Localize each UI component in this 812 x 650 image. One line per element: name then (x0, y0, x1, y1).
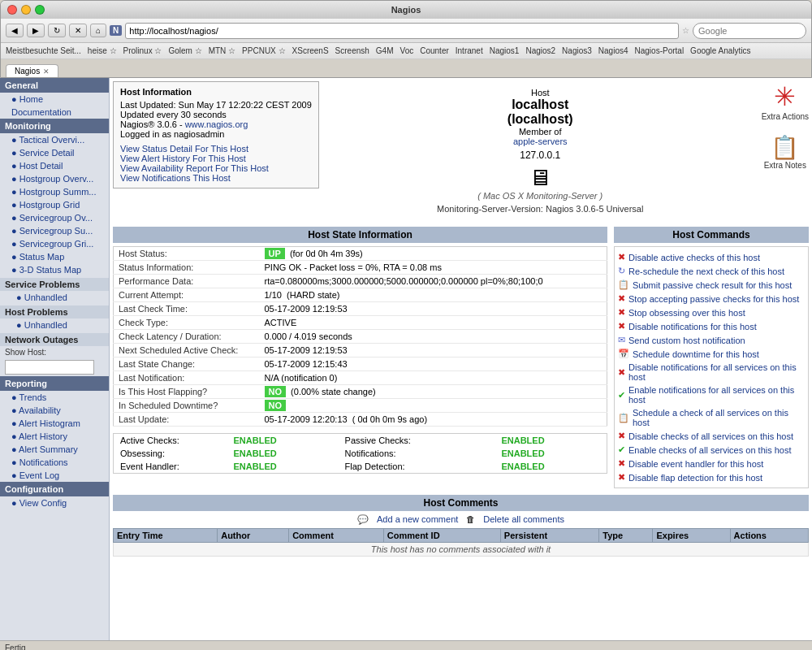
sidebar-item-unhandled2[interactable]: ● Unhandled (0, 318, 109, 332)
bookmark-meistbesuchte[interactable]: Meistbesuchte Seit... (6, 46, 81, 55)
cmd-disable-active-checks: ✖ Disable active checks of this host (618, 250, 805, 264)
cell-label: Passive Checks: (339, 434, 495, 448)
extra-actions-icon[interactable]: ✳ (762, 81, 809, 112)
sidebar-item-servicegroup-summary[interactable]: ● Servicegroup Su... (0, 224, 109, 237)
sidebar-item-event-log[interactable]: ● Event Log (0, 469, 109, 482)
maximize-button[interactable] (35, 5, 45, 15)
table-row: Current Attempt: 1/10 (HARD state) (114, 288, 607, 302)
cmd-link-enable-svc-notif[interactable]: Enable notifications for all services on… (628, 385, 805, 405)
cmd-link-disable-active[interactable]: Disable active checks of this host (628, 253, 760, 262)
sidebar-item-hostgroup-overview[interactable]: ● Hostgroup Overv... (0, 172, 109, 185)
extra-notes-icon[interactable]: 📋 (762, 134, 809, 161)
bookmark-heise[interactable]: heise ☆ (88, 46, 117, 55)
sidebar-item-availability[interactable]: ● Availability (0, 404, 109, 417)
sidebar-item-tactical-overview[interactable]: ● Tactical Overvi... (0, 133, 109, 146)
sidebar-item-host-detail[interactable]: ● Host Detail (0, 159, 109, 172)
sidebar-item-alert-histogram[interactable]: ● Alert Histogram (0, 417, 109, 430)
extra-actions-label: Extra Actions (762, 112, 809, 121)
bookmark-nagios1[interactable]: Nagios1 (490, 46, 520, 55)
address-input[interactable]: http://localhost/nagios/ (125, 23, 679, 39)
cmd-link-reschedule[interactable]: Re-schedule the next check of this host (628, 266, 784, 276)
link-status-detail[interactable]: View Status Detail For This Host (120, 144, 248, 154)
bookmark-nagios2[interactable]: Nagios2 (525, 46, 555, 55)
cmd-icon-reschedule: ↻ (618, 266, 625, 276)
cmd-link-custom-notif[interactable]: Send custom host notification (628, 336, 745, 345)
nagios-link[interactable]: www.nagios.org (185, 119, 248, 129)
content-area: Host Information Last Updated: Sun May 1… (110, 78, 812, 640)
window-chrome: Nagios ◀ ▶ ↻ ✕ ⌂ N http://localhost/nagi… (0, 0, 812, 78)
delete-comments-link[interactable]: Delete all comments (483, 514, 564, 525)
search-input[interactable] (693, 23, 806, 39)
link-availability[interactable]: View Availability Report For This Host (120, 163, 269, 173)
cmd-link-disable-flap[interactable]: Disable flap detection for this host (628, 473, 762, 483)
bookmark-golem[interactable]: Golem ☆ (168, 46, 201, 55)
bookmark-ppcnux[interactable]: PPCNUX ☆ (242, 46, 285, 55)
sidebar-item-home[interactable]: ● Home (0, 93, 109, 106)
forward-button[interactable]: ▶ (27, 24, 45, 37)
bookmark-nagios-portal[interactable]: Nagios-Portal (635, 46, 685, 55)
group-link[interactable]: apple-servers (513, 136, 568, 146)
sidebar-item-view-config[interactable]: ● View Config (0, 496, 109, 509)
bookmark-voc[interactable]: Voc (400, 46, 414, 55)
cmd-link-svc-check[interactable]: Schedule a check of all services on this… (633, 408, 805, 427)
bookmark-google-analytics[interactable]: Google Analytics (690, 46, 751, 55)
cmd-link-disable-svc-notif[interactable]: Disable notifications for all services o… (628, 362, 805, 382)
add-comment-link[interactable]: Add a new comment (377, 514, 458, 525)
bookmark-xscreens[interactable]: XScreenS (292, 46, 329, 55)
bookmark-mtn[interactable]: MTN ☆ (209, 46, 235, 55)
cmd-custom-notification: ✉ Send custom host notification (618, 333, 805, 347)
sidebar-section-monitoring: Monitoring (0, 119, 109, 133)
cmd-link-stop-obsessing[interactable]: Stop obsessing over this host (628, 308, 745, 318)
sidebar-item-servicegroup-grid[interactable]: ● Servicegroup Gri... (0, 237, 109, 250)
bookmark-nagios3[interactable]: Nagios3 (562, 46, 592, 55)
stop-button[interactable]: ✕ (69, 24, 87, 37)
cmd-link-disable-svc-checks[interactable]: Disable checks of all services on this h… (628, 431, 793, 441)
cmd-link-passive[interactable]: Submit passive check result for this hos… (633, 280, 792, 290)
link-alert-history[interactable]: View Alert History For This Host (120, 154, 246, 163)
bookmark-g4m[interactable]: G4M (376, 46, 394, 55)
cmd-link-enable-svc-checks[interactable]: Enable checks of all services on this ho… (628, 445, 792, 455)
sidebar-item-documentation[interactable]: Documentation (0, 106, 109, 119)
no-comments-text: This host has no comments associated wit… (114, 543, 809, 557)
bookmark-prolinux[interactable]: Prolinux ☆ (123, 46, 162, 55)
sidebar-item-3d-status-map[interactable]: ● 3-D Status Map (0, 263, 109, 276)
sidebar-item-hostgroup-summary[interactable]: ● Hostgroup Summ... (0, 185, 109, 198)
sidebar-item-notifications[interactable]: ● Notifications (0, 456, 109, 469)
bookmark-nagios4[interactable]: Nagios4 (598, 46, 628, 55)
sidebar-item-alert-history[interactable]: ● Alert History (0, 430, 109, 443)
cmd-icon-downtime: 📅 (618, 349, 629, 359)
sidebar-item-hostgroup-grid[interactable]: ● Hostgroup Grid (0, 198, 109, 211)
cmd-link-disable-notif[interactable]: Disable notifications for this host (628, 322, 757, 332)
cmd-link-stop-passive[interactable]: Stop accepting passive checks for this h… (628, 294, 799, 304)
cell-value: 05-17-2009 12:19:53 (260, 344, 607, 358)
tab-nagios[interactable]: Nagios ✕ (6, 64, 58, 77)
sidebar-item-servicegroup-overview[interactable]: ● Servicegroup Ov... (0, 211, 109, 224)
table-row: Active Checks: ENABLED Passive Checks: E… (114, 434, 607, 448)
col-actions: Actions (730, 529, 808, 543)
close-button[interactable] (7, 5, 17, 15)
sidebar-item-service-detail[interactable]: ● Service Detail (0, 146, 109, 159)
back-button[interactable]: ◀ (6, 24, 24, 37)
bookmark-star[interactable]: ☆ (682, 26, 689, 35)
sidebar-item-trends[interactable]: ● Trends (0, 391, 109, 404)
sidebar-item-alert-summary[interactable]: ● Alert Summary (0, 443, 109, 456)
col-author: Author (218, 529, 289, 543)
tab-close-icon[interactable]: ✕ (43, 67, 50, 76)
sidebar-item-unhandled1[interactable]: ● Unhandled (0, 291, 109, 304)
bookmark-counter[interactable]: Counter (420, 46, 449, 55)
sidebar-item-status-map[interactable]: ● Status Map (0, 250, 109, 263)
cmd-link-disable-event[interactable]: Disable event handler for this host (628, 459, 763, 469)
home-button[interactable]: ⌂ (90, 24, 106, 37)
link-notifications[interactable]: View Notifications This Host (120, 173, 231, 183)
table-row: Check Latency / Duration: 0.000 / 4.019 … (114, 330, 607, 344)
bookmark-screensh[interactable]: Screensh (335, 46, 369, 55)
sidebar-show-host-input[interactable] (5, 360, 94, 375)
minimize-button[interactable] (21, 5, 31, 15)
bookmark-intranet[interactable]: Intranet (456, 46, 483, 55)
cell-value: 1/10 (HARD state) (260, 288, 607, 302)
cell-label: Notifications: (339, 447, 495, 460)
reload-button[interactable]: ↻ (48, 24, 66, 37)
hostname: localhost (334, 98, 747, 112)
state-section-header: Host State Information (113, 227, 607, 243)
cmd-link-downtime[interactable]: Schedule downtime for this host (633, 349, 759, 359)
